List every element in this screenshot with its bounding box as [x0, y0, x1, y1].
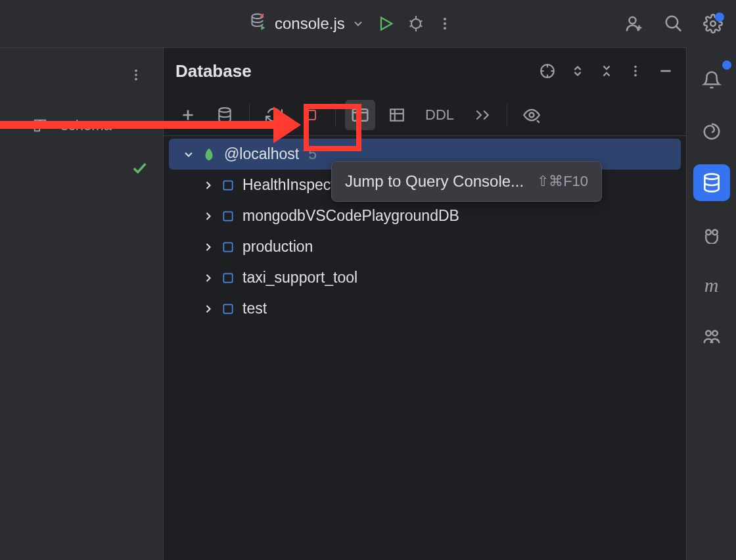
tree-node-label: taxi_support_tool: [242, 269, 357, 287]
chevron-right-icon[interactable]: [200, 302, 216, 315]
table-icon[interactable]: [382, 100, 412, 130]
tree-node-label: production: [242, 238, 313, 256]
database-toolbar: DDL: [164, 94, 686, 136]
svg-rect-23: [223, 181, 232, 189]
toolbar-separator: [335, 103, 336, 127]
svg-point-16: [634, 70, 637, 72]
more-vertical-icon[interactable]: [628, 64, 643, 78]
tooltip-shortcut: ⇧⌘F10: [537, 173, 588, 190]
svg-point-4: [444, 27, 446, 30]
database-icon: [221, 241, 235, 254]
svg-rect-20: [353, 109, 368, 121]
tree-child-node[interactable]: taxi_support_tool: [164, 262, 686, 293]
svg-point-30: [712, 230, 718, 235]
tree-node-count: 5: [308, 145, 317, 163]
mongodb-leaf-icon: [202, 147, 216, 162]
svg-point-28: [704, 174, 718, 179]
tree-node-label: @localhost: [224, 145, 299, 163]
svg-point-3: [444, 22, 446, 25]
svg-point-6: [666, 16, 678, 28]
svg-point-2: [444, 18, 446, 20]
add-user-icon[interactable]: [624, 14, 644, 34]
svg-point-32: [712, 331, 718, 336]
panel-title: Database: [175, 61, 252, 82]
svg-rect-19: [306, 110, 315, 120]
chevron-down-icon[interactable]: [352, 17, 365, 30]
svg-point-22: [530, 112, 534, 117]
spiral-icon[interactable]: [693, 113, 730, 150]
notification-dot: [715, 12, 724, 22]
view-icon[interactable]: [517, 100, 547, 130]
run-button[interactable]: [377, 14, 395, 33]
database-icon: [221, 302, 235, 315]
svg-point-31: [706, 331, 711, 336]
m-icon[interactable]: m: [693, 267, 730, 304]
search-icon[interactable]: [664, 14, 683, 34]
svg-rect-26: [223, 273, 232, 282]
database-tab-icon[interactable]: [693, 164, 730, 201]
debug-button[interactable]: [407, 14, 425, 33]
ddl-button[interactable]: DDL: [419, 100, 461, 130]
svg-point-10: [135, 78, 137, 81]
navigate-icon[interactable]: [467, 100, 497, 130]
svg-point-17: [634, 74, 637, 77]
query-console-button[interactable]: [345, 100, 375, 130]
tooltip: Jump to Query Console... ⇧⌘F10: [331, 161, 602, 202]
notifications-icon[interactable]: [693, 62, 730, 99]
svg-rect-21: [390, 109, 403, 120]
right-rail: m: [686, 47, 736, 560]
team-icon[interactable]: [693, 318, 730, 355]
chevron-right-icon[interactable]: [200, 179, 216, 192]
expand-sort-icon[interactable]: [570, 64, 585, 78]
collapse-icon[interactable]: [599, 64, 614, 78]
tree-node-label: test: [242, 300, 267, 317]
chevron-right-icon[interactable]: [200, 271, 216, 285]
annotation-arrow: [0, 121, 276, 129]
database-icon: [221, 271, 235, 285]
tooltip-text: Jump to Query Console...: [345, 172, 524, 191]
chevron-down-icon[interactable]: [181, 148, 196, 161]
database-icon: [221, 179, 235, 192]
tree-child-node[interactable]: mongodbVSCodePlaygroundDB: [164, 200, 686, 231]
svg-point-9: [135, 74, 137, 76]
filename-label: console.js: [275, 14, 345, 33]
svg-point-1: [411, 19, 421, 28]
svg-rect-25: [223, 243, 232, 251]
toolbar-separator: [507, 103, 507, 127]
checkmark-icon: [130, 158, 149, 179]
more-vertical-icon[interactable]: [437, 16, 453, 32]
tree-node-label: mongodbVSCodePlaygroundDB: [242, 207, 459, 225]
chevron-right-icon[interactable]: [200, 241, 216, 254]
svg-point-7: [710, 21, 716, 26]
copilot-icon[interactable]: [693, 216, 730, 252]
svg-point-29: [706, 230, 711, 235]
svg-rect-24: [223, 212, 232, 220]
tree-child-node[interactable]: production: [164, 231, 686, 262]
svg-point-5: [630, 17, 636, 24]
notification-dot: [722, 60, 731, 70]
svg-point-18: [219, 108, 230, 112]
active-file[interactable]: console.js: [250, 12, 365, 35]
svg-point-8: [135, 70, 137, 72]
database-file-icon: [250, 12, 268, 35]
minimize-icon[interactable]: [657, 62, 674, 80]
svg-point-15: [634, 66, 637, 68]
more-vertical-icon[interactable]: [129, 68, 143, 82]
svg-rect-27: [223, 304, 232, 313]
tree-child-node[interactable]: test: [164, 293, 686, 324]
annotation-arrowhead: [273, 106, 301, 143]
locate-icon[interactable]: [539, 62, 556, 80]
database-icon: [221, 210, 235, 223]
chevron-right-icon[interactable]: [200, 210, 216, 223]
settings-icon[interactable]: [703, 14, 723, 34]
